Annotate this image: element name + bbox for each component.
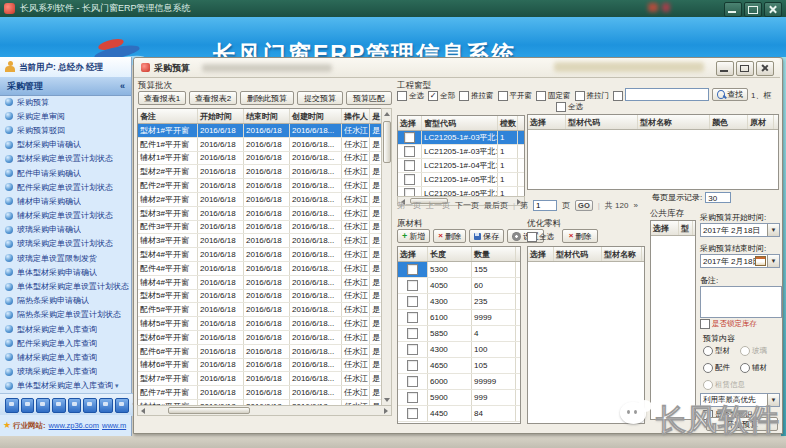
table-row[interactable]: 型材1#平开窗2016/6/182016/6/182016/6/18...任水江… [138, 124, 382, 138]
sidebar-item[interactable]: 辅材采购定单设置计划状态 [0, 209, 131, 223]
toolbar-button[interactable] [99, 398, 113, 413]
table-row[interactable]: 600099999 [398, 374, 520, 390]
table-row[interactable]: 5900999 [398, 390, 520, 406]
table-row[interactable]: LC21205-1#-03平北11 [398, 145, 524, 159]
sidebar-item[interactable]: 隔热条采购定单设置计划状态 [0, 308, 131, 322]
column-header[interactable]: 选择 [651, 221, 679, 235]
sidebar-item[interactable]: 采购定单审阅 [0, 109, 131, 123]
sidebar-item[interactable]: 辅材采购定单入库查询 [0, 350, 131, 364]
column-header[interactable]: 选择 [398, 116, 422, 130]
row-checkbox[interactable] [407, 328, 418, 339]
mdi-minimize-button[interactable] [716, 61, 734, 76]
table-row[interactable]: 型材6#平开窗2016/6/182016/6/182016/6/18...任水江… [138, 331, 382, 345]
sidebar-item[interactable]: 辅材申请采购确认 [0, 194, 131, 208]
sidebar-item[interactable]: 玻璃采购定单设置计划状态 [0, 237, 131, 251]
column-header[interactable]: 樘数 [498, 116, 518, 130]
table-row[interactable]: 配件1#平开窗2016/6/182016/6/182016/6/18...任水江… [138, 138, 382, 152]
column-header[interactable]: 型材名称 [602, 247, 642, 261]
column-header[interactable]: 颜色 [710, 115, 748, 129]
table-row[interactable]: 配件4#平开窗2016/6/182016/6/182016/6/18...任水江… [138, 262, 382, 276]
more-pages-icon[interactable]: » [633, 201, 637, 210]
start-budget-button[interactable]: 开始预算 [706, 417, 778, 431]
column-header[interactable]: 窗型代码 [422, 116, 498, 130]
sidebar-item[interactable]: 配件采购定单入库查询 [0, 336, 131, 350]
filter-checkbox[interactable]: 全选 [397, 91, 424, 101]
table-row[interactable]: 配件7#平开窗2016/6/182016/6/182016/6/18...任水江… [138, 386, 382, 400]
table-row[interactable]: 58504 [398, 326, 520, 342]
column-header[interactable]: 型材代码 [566, 115, 638, 129]
mdi-maximize-button[interactable] [736, 61, 754, 76]
last-page-link[interactable]: 最后页 [484, 200, 508, 211]
row-checkbox[interactable] [404, 174, 415, 185]
filter-checkbox[interactable]: ✓全部 [428, 91, 455, 101]
budget-table-hscrollbar[interactable] [137, 405, 392, 416]
table-row[interactable]: LC21205-1#-05平北11 [398, 173, 524, 187]
sidebar-item[interactable]: 单体型材采购申请确认 [0, 265, 131, 279]
row-checkbox[interactable] [407, 264, 418, 275]
row-checkbox[interactable] [407, 344, 418, 355]
tab-purchase-budget[interactable]: 采购预算 [154, 62, 190, 75]
filter-checkbox[interactable]: 推拉窗 [459, 91, 494, 101]
sidebar-item[interactable]: 型材采购定单入库查询 [0, 322, 131, 336]
budget-match-button[interactable]: 预算匹配 [346, 91, 392, 105]
filter-checkbox[interactable]: 固定窗 [536, 91, 571, 101]
lock-stock-checkbox[interactable]: 是否锁定库存 [700, 319, 757, 329]
close-button[interactable] [764, 2, 782, 17]
row-checkbox[interactable] [404, 146, 415, 157]
table-row[interactable]: 型材2#平开窗2016/6/182016/6/182016/6/18...任水江… [138, 165, 382, 179]
prev-page-link[interactable]: 上一页 [426, 200, 450, 211]
table-row[interactable]: 型材5#平开窗2016/6/182016/6/182016/6/18...任水江… [138, 290, 382, 304]
row-checkbox[interactable] [404, 160, 415, 171]
delete-budget-button[interactable]: 删除此预算 [240, 91, 294, 105]
add-button[interactable]: +新增 [397, 229, 430, 243]
table-row[interactable]: 辅材2#平开窗2016/6/182016/6/182016/6/18...任水江… [138, 193, 382, 207]
table-row[interactable]: 配件2#平开窗2016/6/182016/6/182016/6/18...任水江… [138, 179, 382, 193]
sidebar-item[interactable]: 单体型材采购定单入库查询▾ [0, 379, 131, 393]
budget-end-picker[interactable]: 2017年 2月18日 ▼ [700, 254, 780, 268]
filter-checkbox[interactable]: 平开窗 [498, 91, 533, 101]
row-checkbox[interactable] [407, 392, 418, 403]
radio-aux[interactable]: 辅材 [740, 363, 767, 373]
sidebar-item[interactable]: 型材采购定单设置计划状态 [0, 152, 131, 166]
budget-table-vscrollbar[interactable] [381, 108, 392, 406]
column-header[interactable]: 结束时间 [244, 109, 290, 123]
column-header[interactable]: 型材代码 [554, 247, 602, 261]
table-row[interactable]: 4650105 [398, 358, 520, 374]
scrap-select-all-checkbox[interactable]: 全选 [527, 232, 554, 242]
sidebar-item[interactable]: 采购预算驳回 [0, 123, 131, 137]
table-row[interactable]: 4300235 [398, 294, 520, 310]
view-report1-button[interactable]: 查看报表1 [138, 91, 186, 105]
column-header[interactable]: 备注 [138, 109, 198, 123]
table-row[interactable]: 辅材1#平开窗2016/6/182016/6/182016/6/18...任水江… [138, 152, 382, 166]
next-page-link[interactable]: 下一页 [455, 200, 479, 211]
window-type-search-input[interactable] [625, 88, 709, 101]
column-header[interactable]: 型材名称 [638, 115, 710, 129]
table-row[interactable]: 辅材4#平开窗2016/6/182016/6/182016/6/18...任水江… [138, 276, 382, 290]
toolbar-button[interactable] [52, 398, 66, 413]
column-header[interactable]: 长度 [428, 247, 472, 261]
budget-start-picker[interactable]: 2017年 2月18日 ▼ [700, 223, 780, 237]
profiles-select-all-checkbox[interactable]: 全选 [556, 102, 583, 112]
row-checkbox[interactable] [407, 360, 418, 371]
column-header[interactable]: 选择 [528, 115, 566, 129]
sidebar-section-header[interactable]: 采购管理 « [0, 77, 131, 96]
table-row[interactable]: 5300155 [398, 262, 520, 278]
save-button[interactable]: 保存 [469, 229, 504, 243]
sidebar-item[interactable]: 隔热条采购申请确认 [0, 294, 131, 308]
toolbar-button[interactable] [5, 398, 19, 413]
view-report2-button[interactable]: 查看报表2 [189, 91, 237, 105]
delete-button[interactable]: ×删除 [433, 229, 466, 243]
table-row[interactable]: 型材7#平开窗2016/6/182016/6/182016/6/18...任水江… [138, 372, 382, 386]
collapse-icon[interactable]: « [120, 77, 125, 95]
table-row[interactable]: 型材4#平开窗2016/6/182016/6/182016/6/18...任水江… [138, 248, 382, 262]
filter-checkbox[interactable]: 推拉门 [575, 91, 610, 101]
chevron-down-icon[interactable]: ▼ [767, 394, 779, 406]
minimize-button[interactable] [724, 2, 742, 17]
sidebar-item[interactable]: 玻璃定单设置限制发货 [0, 251, 131, 265]
column-header[interactable]: 原材 [748, 115, 774, 129]
sidebar-item[interactable]: 采购预算 [0, 95, 131, 109]
row-checkbox[interactable] [407, 376, 418, 387]
column-header[interactable]: 型 [679, 221, 693, 235]
row-checkbox[interactable] [407, 296, 418, 307]
submit-budget-button[interactable]: 提交预算 [297, 91, 343, 105]
